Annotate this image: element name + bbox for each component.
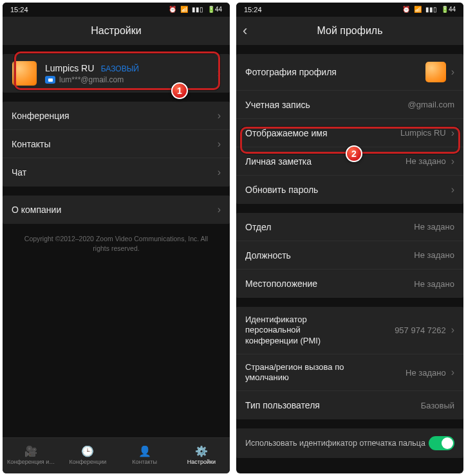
row-label: Местоположение [245,279,317,289]
videocam-icon: 🎥 [24,446,37,457]
row-display-name[interactable]: Отображаемое имя Lumpics RU › [236,119,463,147]
row-value: Не задано [414,222,454,232]
chevron-right-icon: › [451,324,454,336]
chevron-right-icon: › [218,138,221,150]
row-label: Идентификатор персональной конференции (… [245,315,348,346]
row-label: Контакты [12,139,50,149]
row-chat[interactable]: Чат › [3,158,230,187]
tab-meet[interactable]: 🎥 Конференция и… [3,438,59,473]
row-value: Не задано [405,368,446,378]
row-label: Отдел [245,222,272,232]
clock-icon: 🕒 [81,446,94,457]
battery-icon: 🔋44 [441,6,456,13]
profile-name: Lumpics RU [45,63,94,73]
status-icons: ⏰ 📶 ▮▮▯ 🔋44 [169,6,222,13]
alarm-icon: ⏰ [169,6,176,13]
badge-2: 2 [346,145,362,162]
row-fingerprint[interactable]: Использовать идентификатор отпечатка пал… [236,428,463,458]
chevron-right-icon: › [218,68,221,79]
avatar [12,60,37,86]
badge-1: 1 [171,82,188,99]
row-value: @gmail.com [408,100,454,109]
row-department[interactable]: Отдел Не задано [236,213,463,241]
chevron-right-icon: › [218,167,221,178]
profile-group-2: Отдел Не задано Должность Не задано Мест… [236,213,463,298]
chevron-right-icon: › [451,156,454,167]
row-label: Личная заметка [245,156,312,167]
status-time: 15:24 [10,6,28,14]
row-about[interactable]: О компании › [3,196,230,224]
row-value: 957 974 7262 [395,325,446,335]
row-account[interactable]: Учетная запись @gmail.com [236,91,463,119]
battery-icon: 🔋44 [207,6,222,13]
profile-plan-badge: БАЗОВЫЙ [101,64,139,73]
header-profile: ‹ Мой профиль [236,17,463,45]
row-label: Обновить пароль [245,185,318,195]
profile-group-3: Идентификатор персональной конференции (… [236,307,463,419]
row-label: Страна/регион вызова по умолчанию [245,362,348,383]
row-user-type[interactable]: Тип пользователя Базовый [236,391,463,419]
row-pmi[interactable]: Идентификатор персональной конференции (… [236,307,463,354]
row-label: Конференция [12,111,70,121]
row-location[interactable]: Местоположение Не задано [236,270,463,298]
chevron-right-icon: › [218,204,221,215]
phone-left-settings: 15:24 ⏰ 📶 ▮▮▯ 🔋44 Настройки Lumpics RU Б… [3,3,230,473]
row-label: Тип пользователя [245,400,320,410]
profile-email: lum***@gmail.com [59,75,124,84]
row-label: Фотография профиля [245,67,337,77]
fingerprint-toggle[interactable] [429,436,454,450]
profile-card-group: Lumpics RU БАЗОВЫЙ lum***@gmail.com › [3,54,230,93]
row-value: Не задано [414,250,454,260]
tab-label: Контакты [132,459,157,465]
row-label: Должность [245,250,291,261]
person-icon: 👤 [138,446,151,457]
profile-row[interactable]: Lumpics RU БАЗОВЫЙ lum***@gmail.com › [3,54,230,93]
bottom-tabbar: 🎥 Конференция и… 🕒 Конференции 👤 Контакт… [3,437,230,473]
wifi-icon: 📶 [414,6,422,13]
tab-contacts[interactable]: 👤 Контакты [116,438,173,473]
back-button[interactable]: ‹ [243,17,247,45]
row-value: Lumpics RU [400,128,446,138]
profile-group-1: Фотография профиля › Учетная запись @gma… [236,54,463,204]
tab-label: Конференции [69,459,106,465]
signal-icon: ▮▮▯ [192,6,203,13]
row-label: Использовать идентификатор отпечатка пал… [245,439,425,448]
alarm-icon: ⏰ [402,6,410,13]
page-title: Настройки [91,25,141,37]
row-label: Учетная запись [245,100,310,110]
tab-meetings[interactable]: 🕒 Конференции [59,438,116,473]
row-conference[interactable]: Конференция › [3,102,230,130]
chevron-right-icon: › [451,127,454,139]
phone-right-profile: 15:24 ⏰ 📶 ▮▮▯ 🔋44 ‹ Мой профиль Фотограф… [236,3,463,473]
statusbar: 15:24 ⏰ 📶 ▮▮▯ 🔋44 [236,3,463,17]
row-contacts[interactable]: Контакты › [3,130,230,158]
row-update-password[interactable]: Обновить пароль › [236,176,463,204]
tab-label: Конференция и… [7,459,55,465]
settings-group-main: Конференция › Контакты › Чат › [3,102,230,187]
row-label: Отображаемое имя [245,128,328,138]
signal-icon: ▮▮▯ [425,6,437,13]
gear-icon: ⚙️ [195,446,208,457]
row-call-region[interactable]: Страна/регион вызова по умолчанию Не зад… [236,354,463,392]
header-settings: Настройки [3,17,230,45]
chevron-right-icon: › [451,184,454,196]
chevron-right-icon: › [218,110,221,122]
row-profile-photo[interactable]: Фотография профиля › [236,54,463,91]
status-icons: ⏰ 📶 ▮▮▯ 🔋44 [402,6,456,13]
row-label: О компании [12,205,61,215]
status-time: 15:24 [244,6,262,14]
row-value: Базовый [421,401,454,410]
row-label: Чат [12,167,26,178]
zoom-icon [45,76,55,84]
avatar [425,62,446,82]
profile-group-4: Использовать идентификатор отпечатка пал… [236,428,463,458]
page-title: Мой профиль [317,25,382,37]
wifi-icon: 📶 [180,6,188,13]
row-value: Не задано [414,279,454,289]
chevron-right-icon: › [451,66,454,78]
settings-group-about: О компании › [3,196,230,224]
row-position[interactable]: Должность Не задано [236,241,463,270]
statusbar: 15:24 ⏰ 📶 ▮▮▯ 🔋44 [3,3,230,17]
tab-settings[interactable]: ⚙️ Настройки [173,438,230,473]
chevron-right-icon: › [451,367,454,378]
